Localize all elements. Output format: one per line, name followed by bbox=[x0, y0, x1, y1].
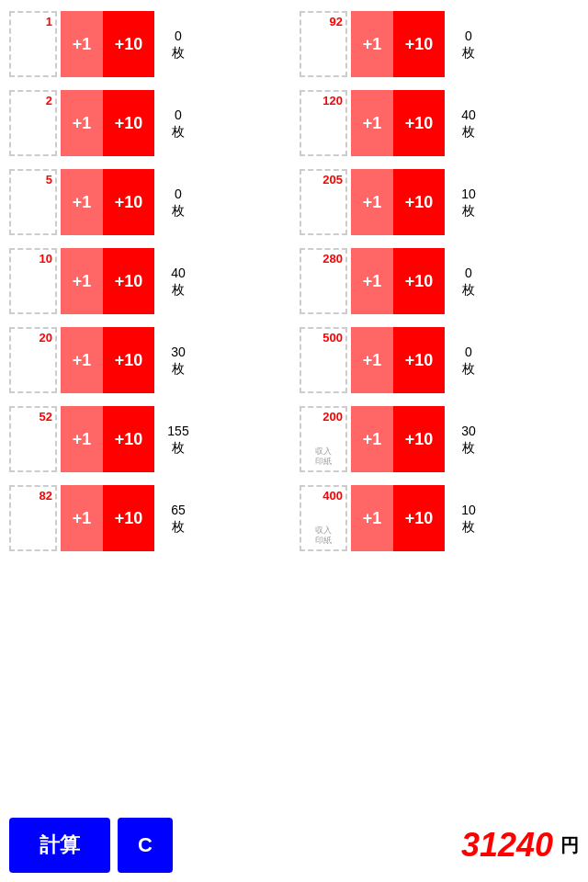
plus1-row-2[interactable]: +1 bbox=[61, 90, 103, 156]
stamp-row-400: 400 収入印紙 bbox=[300, 485, 347, 551]
stamp-label-row-400: 収入印紙 bbox=[301, 526, 345, 546]
footer: 計算 C 31240 円 bbox=[0, 808, 588, 882]
plus1-row-120[interactable]: +1 bbox=[351, 90, 393, 156]
plus1-row-10[interactable]: +1 bbox=[61, 248, 103, 314]
plus10-row-2[interactable]: +10 bbox=[103, 90, 154, 156]
count-row-92: 0枚 bbox=[448, 28, 489, 61]
count-row-52: 155枚 bbox=[158, 423, 198, 456]
row-right-row-205: 205 +1 +10 10枚 bbox=[294, 165, 584, 239]
stamp-number-row-5: 5 bbox=[46, 173, 52, 187]
plus1-row-20[interactable]: +1 bbox=[61, 327, 103, 393]
plus1-row-82[interactable]: +1 bbox=[61, 485, 103, 551]
count-row-2: 0枚 bbox=[158, 107, 198, 140]
result-unit: 円 bbox=[560, 833, 579, 858]
stamp-number-row-120: 120 bbox=[322, 94, 343, 107]
plus10-row-500[interactable]: +10 bbox=[393, 327, 445, 393]
stamp-row-82: 82 bbox=[9, 485, 57, 551]
count-row-205: 10枚 bbox=[448, 186, 489, 219]
stamp-row-92: 92 bbox=[300, 11, 347, 77]
stamp-number-row-10: 10 bbox=[40, 252, 52, 266]
count-row-1: 0枚 bbox=[158, 28, 198, 61]
stamp-row-5: 5 bbox=[9, 169, 57, 235]
stamp-number-row-200: 200 bbox=[322, 410, 343, 424]
count-row-20: 30枚 bbox=[158, 344, 198, 377]
stamp-number-row-500: 500 bbox=[322, 331, 343, 345]
plus10-row-92[interactable]: +10 bbox=[393, 11, 445, 77]
count-row-10: 40枚 bbox=[158, 265, 198, 298]
stamp-number-row-205: 205 bbox=[322, 173, 343, 187]
plus10-row-52[interactable]: +10 bbox=[103, 406, 154, 472]
stamp-number-row-20: 20 bbox=[40, 331, 52, 345]
stamp-row-280: 280 bbox=[300, 248, 347, 314]
row-left-row-5: 5 +1 +10 0枚 bbox=[4, 165, 294, 239]
plus10-row-10[interactable]: +10 bbox=[103, 248, 154, 314]
plus1-row-200[interactable]: +1 bbox=[351, 406, 393, 472]
stamp-number-row-2: 2 bbox=[46, 94, 52, 107]
plus1-row-280[interactable]: +1 bbox=[351, 248, 393, 314]
row-right-row-500: 500 +1 +10 0枚 bbox=[294, 323, 584, 397]
stamp-row-2: 2 bbox=[9, 90, 57, 156]
row-left-row-10: 10 +1 +10 40枚 bbox=[4, 244, 294, 318]
plus10-row-20[interactable]: +10 bbox=[103, 327, 154, 393]
stamp-label-row-200: 収入印紙 bbox=[301, 447, 345, 467]
count-row-500: 0枚 bbox=[448, 344, 489, 377]
plus10-row-120[interactable]: +10 bbox=[393, 90, 445, 156]
plus10-row-280[interactable]: +10 bbox=[393, 248, 445, 314]
count-row-120: 40枚 bbox=[448, 107, 489, 140]
stamp-number-row-280: 280 bbox=[322, 252, 343, 266]
plus10-row-5[interactable]: +10 bbox=[103, 169, 154, 235]
row-left-row-52: 52 +1 +10 155枚 bbox=[4, 402, 294, 476]
plus1-row-1[interactable]: +1 bbox=[61, 11, 103, 77]
stamp-row-205: 205 bbox=[300, 169, 347, 235]
row-left-row-1: 1 +1 +10 0枚 bbox=[4, 7, 294, 81]
row-right-row-92: 92 +1 +10 0枚 bbox=[294, 7, 584, 81]
plus10-row-1[interactable]: +10 bbox=[103, 11, 154, 77]
plus10-row-400[interactable]: +10 bbox=[393, 485, 445, 551]
row-right-row-400: 400 収入印紙 +1 +10 10枚 bbox=[294, 481, 584, 555]
stamp-row-120: 120 bbox=[300, 90, 347, 156]
clear-button[interactable]: C bbox=[118, 818, 173, 873]
row-right-row-120: 120 +1 +10 40枚 bbox=[294, 86, 584, 160]
count-row-280: 0枚 bbox=[448, 265, 489, 298]
plus1-row-52[interactable]: +1 bbox=[61, 406, 103, 472]
stamp-row-52: 52 bbox=[9, 406, 57, 472]
stamp-number-row-92: 92 bbox=[330, 15, 343, 28]
stamp-number-row-1: 1 bbox=[46, 15, 52, 28]
stamp-number-row-82: 82 bbox=[40, 489, 52, 503]
row-left-row-2: 2 +1 +10 0枚 bbox=[4, 86, 294, 160]
row-right-row-200: 200 収入印紙 +1 +10 30枚 bbox=[294, 402, 584, 476]
count-row-5: 0枚 bbox=[158, 186, 198, 219]
plus1-row-500[interactable]: +1 bbox=[351, 327, 393, 393]
plus1-row-5[interactable]: +1 bbox=[61, 169, 103, 235]
stamp-row-1: 1 bbox=[9, 11, 57, 77]
stamp-row-10: 10 bbox=[9, 248, 57, 314]
stamp-number-row-400: 400 bbox=[322, 489, 343, 503]
count-row-82: 65枚 bbox=[158, 502, 198, 535]
row-left-row-20: 20 +1 +10 30枚 bbox=[4, 323, 294, 397]
plus1-row-92[interactable]: +1 bbox=[351, 11, 393, 77]
plus1-row-205[interactable]: +1 bbox=[351, 169, 393, 235]
row-right-row-280: 280 +1 +10 0枚 bbox=[294, 244, 584, 318]
count-row-200: 30枚 bbox=[448, 423, 489, 456]
count-row-400: 10枚 bbox=[448, 502, 489, 535]
plus10-row-82[interactable]: +10 bbox=[103, 485, 154, 551]
stamp-number-row-52: 52 bbox=[40, 410, 52, 424]
stamp-row-500: 500 bbox=[300, 327, 347, 393]
stamp-row-20: 20 bbox=[9, 327, 57, 393]
plus10-row-200[interactable]: +10 bbox=[393, 406, 445, 472]
stamp-row-200: 200 収入印紙 bbox=[300, 406, 347, 472]
plus10-row-205[interactable]: +10 bbox=[393, 169, 445, 235]
row-left-row-82: 82 +1 +10 65枚 bbox=[4, 481, 294, 555]
keisan-button[interactable]: 計算 bbox=[9, 818, 110, 873]
result-value: 31240 bbox=[461, 826, 553, 865]
plus1-row-400[interactable]: +1 bbox=[351, 485, 393, 551]
